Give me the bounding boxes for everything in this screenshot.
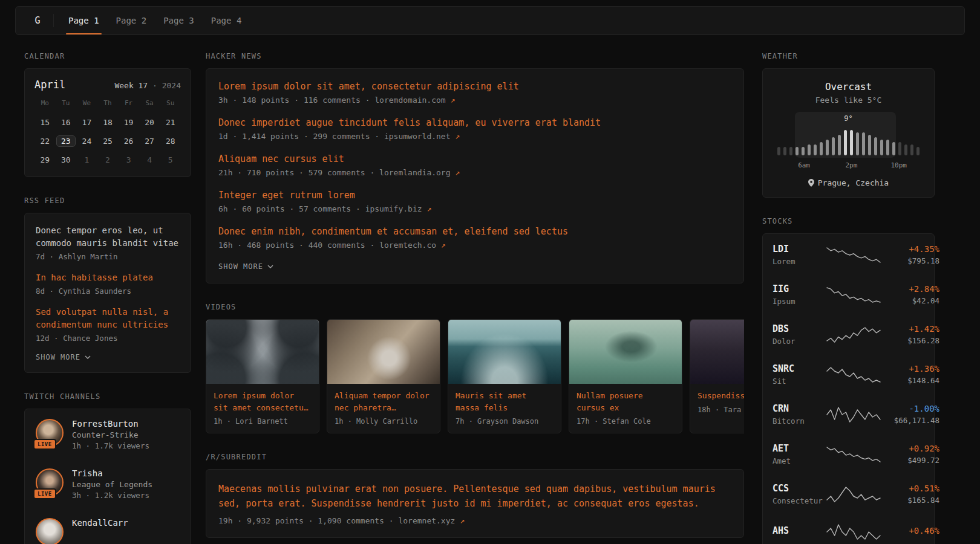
twitch-channel: LIVEForrestBurtonCounter-Strike1h · 1.7k… xyxy=(36,419,180,450)
tab-page-3[interactable]: Page 3 xyxy=(155,7,203,34)
stocks-card: LDILorem+4.35%$795.18IIGIpsum+2.84%$42.0… xyxy=(762,233,935,544)
calendar-date: 22 xyxy=(34,132,56,151)
video-thumbnail[interactable] xyxy=(206,320,319,384)
hn-item-domain: loremtech.co xyxy=(379,241,441,250)
stock-ticker[interactable]: LDI xyxy=(773,244,826,254)
hn-item-link[interactable]: loremlandia.org ↗ xyxy=(379,168,460,177)
hn-item-stats: 1d · 1,414 points · 299 comments · xyxy=(218,132,384,141)
video-meta: 1h · Molly Carrillo xyxy=(327,416,440,433)
twitch-channel-name[interactable]: ForrestBurton xyxy=(72,419,149,429)
app-logo[interactable]: G xyxy=(22,7,53,34)
rss-item-title[interactable]: Sed volutpat nulla nisl, a condimentum n… xyxy=(36,306,180,331)
rss-item: Donec tempor eros leo, ut commodo mauris… xyxy=(36,224,180,261)
hn-item: Donec imperdiet augue tincidunt felis al… xyxy=(218,117,731,141)
video-title[interactable]: Nullam posuere cursus ex xyxy=(569,384,682,416)
calendar-day-header: Sa xyxy=(139,99,160,113)
calendar-date-label: 30 xyxy=(61,155,71,164)
tab-bar: Page 1Page 2Page 3Page 4 xyxy=(60,7,250,34)
video-thumbnail[interactable] xyxy=(327,320,440,384)
hn-item-domain: ipsumify.biz xyxy=(365,204,427,213)
video-thumbnail[interactable] xyxy=(569,320,682,384)
stock-row: IIGIpsum+2.84%$42.04 xyxy=(773,283,924,306)
stock-sparkline xyxy=(826,406,881,424)
hn-item-stats: 16h · 468 points · 440 comments · xyxy=(218,241,379,250)
hn-item-stats: 21h · 710 points · 579 comments · xyxy=(218,168,379,177)
stock-name: Ipsum xyxy=(773,297,826,306)
subreddit-post-link[interactable]: loremnet.xyz ↗ xyxy=(398,516,465,525)
video-card[interactable]: Nullam posuere cursus ex17h · Stefan Col… xyxy=(569,319,682,433)
twitch-channel-info: ForrestBurtonCounter-Strike1h · 1.7k vie… xyxy=(72,419,149,450)
weather-condition: Overcast xyxy=(771,81,926,92)
calendar-date: 26 xyxy=(118,132,139,151)
hn-item-title[interactable]: Aliquam nec cursus elit xyxy=(218,154,731,164)
video-title[interactable]: Suspendisse diam xyxy=(690,384,744,404)
rss-item-title[interactable]: In hac habitasse platea xyxy=(36,271,180,284)
hn-item-title[interactable]: Lorem ipsum dolor sit amet, consectetur … xyxy=(218,81,731,92)
stock-info: CCSConsectetur xyxy=(773,483,826,505)
stock-name: Sit xyxy=(773,377,826,386)
hn-show-more-button[interactable]: SHOW MORE xyxy=(218,262,731,271)
video-thumbnail[interactable] xyxy=(690,320,744,384)
location-pin-icon xyxy=(808,179,814,187)
calendar-date-label: 26 xyxy=(124,137,134,146)
calendar-year: 2024 xyxy=(162,81,181,90)
weather-time-label: 10pm xyxy=(890,161,907,169)
video-title[interactable]: Aliquam tempor dolor nec pharetra… xyxy=(327,384,440,416)
twitch-channel-name[interactable]: KendallCarr xyxy=(72,518,128,528)
stock-spark-wrap xyxy=(826,523,881,541)
twitch-channel-meta: 3h · 1.2k viewers xyxy=(72,491,152,500)
weather-location: Prague, Czechia xyxy=(771,178,926,187)
video-title[interactable]: Lorem ipsum dolor sit amet consectetu… xyxy=(206,384,319,416)
hn-item: Integer eget rutrum lorem6h · 60 points … xyxy=(218,190,731,213)
tab-page-4[interactable]: Page 4 xyxy=(203,7,250,34)
calendar-date: 20 xyxy=(139,113,160,132)
hn-item-link[interactable]: loremdomain.com ↗ xyxy=(374,96,455,105)
calendar-day-header: Su xyxy=(160,99,181,113)
twitch-channel-game[interactable]: Counter-Strike xyxy=(72,430,149,439)
weather-bar xyxy=(910,144,913,155)
tab-page-2[interactable]: Page 2 xyxy=(108,7,155,34)
video-card[interactable]: Aliquam tempor dolor nec pharetra…1h · M… xyxy=(327,319,440,433)
stock-ticker[interactable]: AET xyxy=(773,443,826,454)
hn-item-link[interactable]: loremtech.co ↗ xyxy=(379,241,446,250)
hacker-news-card: Lorem ipsum dolor sit amet, consectetur … xyxy=(206,68,744,283)
subreddit-post-title[interactable]: Maecenas mollis pulvinar erat non posuer… xyxy=(218,482,731,511)
stock-ticker[interactable]: AHS xyxy=(773,525,826,536)
hn-item-title[interactable]: Donec imperdiet augue tincidunt felis al… xyxy=(218,117,731,128)
rss-show-more-button[interactable]: SHOW MORE xyxy=(36,353,180,361)
stock-ticker[interactable]: SNRC xyxy=(773,363,826,374)
video-card[interactable]: Suspendisse diam18h · Tara xyxy=(690,319,744,433)
calendar-date-label: 4 xyxy=(147,155,152,164)
twitch-channel-name[interactable]: Trisha xyxy=(72,468,152,478)
stock-values: -1.00%$66,171.48 xyxy=(881,404,939,425)
hn-item-title[interactable]: Donec enim nibh, condimentum et accumsan… xyxy=(218,226,731,237)
weather-bar xyxy=(850,130,853,155)
hn-item-title[interactable]: Integer eget rutrum lorem xyxy=(218,190,731,201)
stock-ticker[interactable]: IIG xyxy=(773,283,826,294)
hn-item-link[interactable]: ipsumify.biz ↗ xyxy=(365,204,432,213)
calendar-date-label: 17 xyxy=(82,118,92,127)
video-card[interactable]: Mauris sit amet massa felis7h · Grayson … xyxy=(448,319,561,433)
stock-ticker[interactable]: CRN xyxy=(773,403,826,414)
stock-spark-wrap xyxy=(826,366,881,384)
hn-item-link[interactable]: ipsumworld.net ↗ xyxy=(384,132,460,141)
twitch-avatar[interactable] xyxy=(36,518,64,544)
stock-sparkline xyxy=(826,326,881,344)
stock-info: SNRCSit xyxy=(773,363,826,386)
video-card[interactable]: Lorem ipsum dolor sit amet consectetu…1h… xyxy=(206,319,319,433)
rss-item-title[interactable]: Donec tempor eros leo, ut commodo mauris… xyxy=(36,224,180,250)
section-title-subreddit: /R/SUBREDDIT xyxy=(206,453,744,461)
calendar-date-label: 20 xyxy=(145,118,154,127)
video-title[interactable]: Mauris sit amet massa felis xyxy=(448,384,561,416)
calendar-day-header: We xyxy=(76,99,97,113)
stock-ticker[interactable]: CCS xyxy=(773,483,826,494)
hn-item-domain: loremdomain.com xyxy=(374,96,450,105)
twitch-channel-game[interactable]: League of Legends xyxy=(72,480,152,489)
twitch-avatar[interactable]: LIVE xyxy=(36,419,64,447)
twitch-channel: LIVETrishaLeague of Legends3h · 1.2k vie… xyxy=(36,468,180,500)
calendar-day-header: Mo xyxy=(34,99,56,113)
video-thumbnail[interactable] xyxy=(448,320,561,384)
stock-ticker[interactable]: DBS xyxy=(773,323,826,334)
tab-page-1[interactable]: Page 1 xyxy=(60,7,108,34)
twitch-avatar[interactable]: LIVE xyxy=(36,468,64,496)
